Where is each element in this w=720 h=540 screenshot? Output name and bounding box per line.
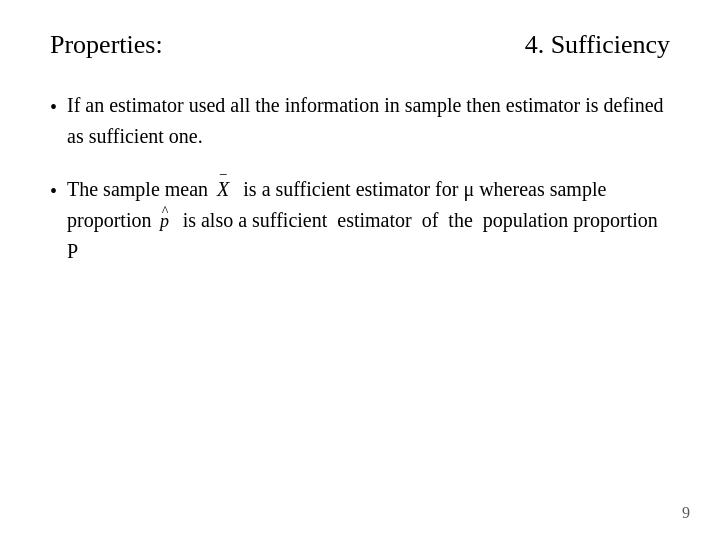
page-number: 9 (682, 504, 690, 522)
p-hat-symbol: p (156, 208, 172, 236)
sufficiency-label: 4. Sufficiency (525, 30, 670, 60)
bullet-text-1: If an estimator used all the information… (67, 90, 670, 152)
slide-container: Properties: 4. Sufficiency • If an estim… (0, 0, 720, 540)
header-row: Properties: 4. Sufficiency (50, 30, 670, 60)
bullet-item-1: • If an estimator used all the informati… (50, 90, 670, 152)
bullet-symbol-1: • (50, 92, 57, 123)
properties-label: Properties: (50, 30, 163, 60)
x-bar-symbol: X (213, 174, 233, 205)
content-area: • If an estimator used all the informati… (50, 90, 670, 267)
bullet-text-2: The sample mean X is a sufficient estima… (67, 174, 670, 267)
bullet-item-2: • The sample mean X is a sufficient esti… (50, 174, 670, 267)
bullet-symbol-2: • (50, 176, 57, 207)
